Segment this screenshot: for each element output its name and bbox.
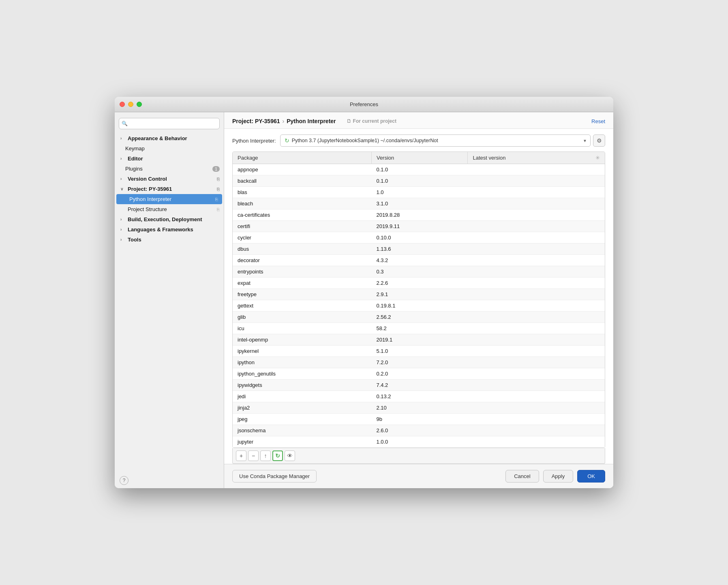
- table-row[interactable]: intel-openmp2019.1: [233, 334, 605, 346]
- package-version: 58.2: [371, 323, 468, 334]
- sidebar-item-languages[interactable]: › Languages & Frameworks: [115, 224, 224, 235]
- table-row[interactable]: decorator4.3.2: [233, 255, 605, 266]
- table-row[interactable]: jsonschema2.6.0: [233, 425, 605, 436]
- apply-button[interactable]: Apply: [543, 470, 574, 483]
- sidebar-item-appearance[interactable]: › Appearance & Behavior: [115, 133, 224, 143]
- table-row[interactable]: gettext0.19.8.1: [233, 300, 605, 312]
- sidebar-item-editor[interactable]: › Editor: [115, 154, 224, 164]
- close-button[interactable]: [120, 102, 125, 107]
- table-row[interactable]: entrypoints0.3: [233, 266, 605, 278]
- page-icon: 🗋: [347, 118, 351, 124]
- search-input[interactable]: [119, 118, 220, 129]
- table-row[interactable]: freetype2.9.1: [233, 289, 605, 300]
- package-name: intel-openmp: [233, 334, 371, 346]
- help-button[interactable]: ?: [120, 476, 128, 485]
- table-row[interactable]: glib2.56.2: [233, 312, 605, 323]
- sidebar-item-project-structure[interactable]: Project Structure ⎘: [115, 204, 224, 214]
- table-row[interactable]: jpeg9b: [233, 414, 605, 425]
- table-row[interactable]: ipython7.2.0: [233, 357, 605, 368]
- package-latest-version: [468, 232, 605, 243]
- package-latest-version: [468, 243, 605, 255]
- copy-icon: ⎘: [215, 197, 218, 202]
- conda-package-manager-button[interactable]: Use Conda Package Manager: [232, 470, 317, 483]
- table-row[interactable]: blas1.0: [233, 187, 605, 198]
- search-wrap: 🔍: [115, 115, 224, 133]
- table-toolbar: + − ↑ ↻ 👁: [232, 448, 605, 464]
- package-version: 2.9.1: [371, 289, 468, 300]
- up-arrow-icon: ↑: [264, 453, 267, 459]
- footer-right: Cancel Apply OK: [505, 470, 605, 483]
- package-name: ipython: [233, 357, 371, 368]
- package-name: dbus: [233, 243, 371, 255]
- table-row[interactable]: certifi2019.9.11: [233, 221, 605, 232]
- reset-button[interactable]: Reset: [591, 118, 605, 124]
- show-options-button[interactable]: 👁: [285, 450, 295, 461]
- package-latest-version: [468, 209, 605, 221]
- upgrade-package-button[interactable]: ↑: [260, 450, 271, 461]
- package-version: 0.2.0: [371, 368, 468, 380]
- interpreter-row: Python Interpreter: ↻ Python 3.7 (Jupyte…: [224, 129, 613, 152]
- package-version: 2.56.2: [371, 312, 468, 323]
- package-name: gettext: [233, 300, 371, 312]
- table-row[interactable]: jinja22.10: [233, 402, 605, 414]
- table-row[interactable]: expat2.2.6: [233, 278, 605, 289]
- minimize-button[interactable]: [128, 102, 133, 107]
- sidebar-item-keymap[interactable]: Keymap: [115, 143, 224, 154]
- table-row[interactable]: icu58.2: [233, 323, 605, 334]
- table-row[interactable]: backcall0.1.0: [233, 175, 605, 187]
- ok-button[interactable]: OK: [577, 470, 605, 483]
- package-name: ipython_genutils: [233, 368, 371, 380]
- table-row[interactable]: ipywidgets7.4.2: [233, 380, 605, 391]
- add-package-button[interactable]: +: [236, 450, 246, 461]
- for-current-label: For current project: [353, 118, 396, 124]
- settings-button[interactable]: ⚙: [593, 135, 605, 147]
- package-name: ipywidgets: [233, 380, 371, 391]
- package-name: expat: [233, 278, 371, 289]
- sidebar-item-build-execution[interactable]: › Build, Execution, Deployment: [115, 214, 224, 224]
- package-version: 9b: [371, 414, 468, 425]
- table-row[interactable]: ipykernel5.1.0: [233, 346, 605, 357]
- remove-package-button[interactable]: −: [248, 450, 259, 461]
- sidebar-item-plugins[interactable]: Plugins 1: [115, 164, 224, 174]
- copy-icon: ⎘: [217, 177, 220, 181]
- package-latest-version: [468, 357, 605, 368]
- table-row[interactable]: ca-certificates2019.8.28: [233, 209, 605, 221]
- eye-icon: 👁: [287, 453, 293, 459]
- interpreter-dropdown-inner: ↻ Python 3.7 (JupyterNotebookSample1) ~/…: [285, 137, 580, 144]
- titlebar: Preferences: [115, 97, 613, 112]
- sidebar-item-label: Appearance & Behavior: [128, 135, 187, 141]
- table-row[interactable]: appnope0.1.0: [233, 164, 605, 175]
- chevron-down-icon: ∨: [120, 187, 125, 191]
- copy-icon: ⎘: [217, 187, 220, 192]
- table-row[interactable]: bleach3.1.0: [233, 198, 605, 209]
- maximize-button[interactable]: [137, 102, 142, 107]
- package-name: icu: [233, 323, 371, 334]
- package-latest-version: [468, 312, 605, 323]
- table-row[interactable]: dbus1.13.6: [233, 243, 605, 255]
- table-row[interactable]: jupyter1.0.0: [233, 436, 605, 448]
- package-version: 2.6.0: [371, 425, 468, 436]
- package-latest-version: [468, 175, 605, 187]
- content-header: Project: PY-35961 › Python Interpreter 🗋…: [224, 112, 613, 129]
- cancel-button[interactable]: Cancel: [505, 470, 539, 483]
- table-row[interactable]: cycler0.10.0: [233, 232, 605, 243]
- packages-tbody: appnope0.1.0backcall0.1.0blas1.0bleach3.…: [233, 164, 605, 448]
- interpreter-dropdown[interactable]: ↻ Python 3.7 (JupyterNotebookSample1) ~/…: [280, 135, 591, 147]
- sidebar-item-version-control[interactable]: › Version Control ⎘: [115, 174, 224, 184]
- breadcrumb: Project: PY-35961 › Python Interpreter 🗋…: [232, 118, 396, 124]
- package-version: 2019.9.11: [371, 221, 468, 232]
- table-row[interactable]: ipython_genutils0.2.0: [233, 368, 605, 380]
- package-name: decorator: [233, 255, 371, 266]
- sidebar-item-project[interactable]: ∨ Project: PY-35961 ⎘: [115, 184, 224, 194]
- package-version: 1.0: [371, 187, 468, 198]
- sidebar-item-tools[interactable]: › Tools: [115, 235, 224, 245]
- package-name: freetype: [233, 289, 371, 300]
- table-header-row: Package Version Latest version ✳: [233, 152, 605, 164]
- sidebar-item-python-interpreter[interactable]: Python Interpreter ⎘: [116, 194, 222, 204]
- chevron-down-icon: ▼: [583, 139, 587, 143]
- table-row[interactable]: jedi0.13.2: [233, 391, 605, 402]
- package-name: appnope: [233, 164, 371, 175]
- package-latest-version: [468, 300, 605, 312]
- refresh-button[interactable]: ↻: [272, 450, 283, 461]
- search-wrap-inner: 🔍: [119, 118, 220, 129]
